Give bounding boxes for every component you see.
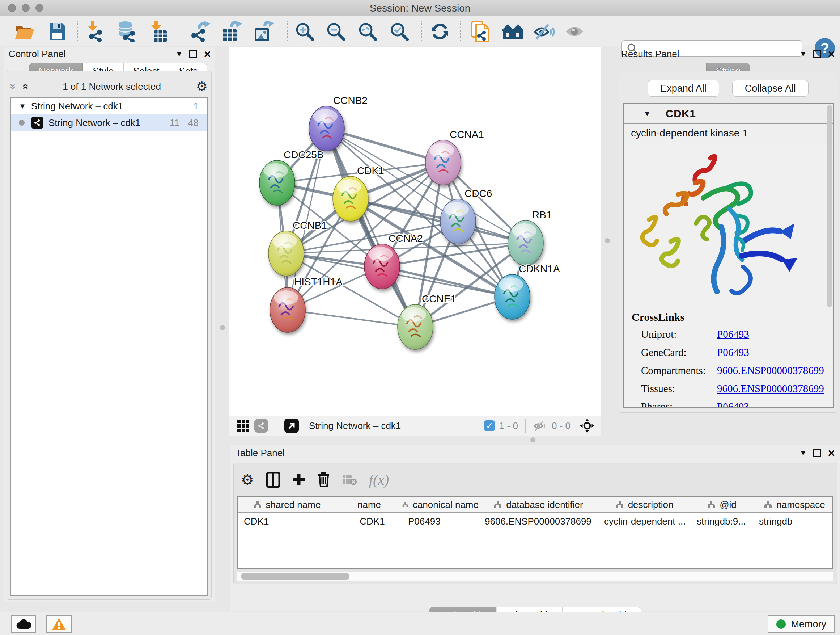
results-panel-float-icon[interactable] [813, 50, 821, 58]
save-session-button[interactable] [46, 21, 68, 42]
cloud-status-button[interactable] [11, 615, 36, 633]
zoom-in-button[interactable] [294, 21, 316, 42]
results-panel: Results Panel ▼ × String Expand All Coll… [616, 47, 840, 421]
column-header-description[interactable]: description [598, 497, 691, 512]
zoom-selected-button[interactable] [388, 21, 410, 42]
crosslink-pharos-link[interactable]: P06493 [717, 401, 749, 408]
control-panel-collapse-icon[interactable]: ▼ [175, 50, 183, 58]
table-panel-float-icon[interactable] [813, 448, 821, 457]
delete-column-button[interactable] [317, 472, 330, 487]
table-options-gear-icon[interactable]: ⚙ [241, 471, 254, 488]
network-row-selected[interactable]: String Network – cdk1 11 48 [11, 114, 207, 131]
crosslink-compartments-link[interactable]: 9606.ENSP00000378699 [717, 364, 824, 377]
control-panel-float-icon[interactable] [189, 50, 197, 58]
bottom-splitter-handle[interactable] [531, 437, 535, 442]
edge-HIST1H1A-CCNE1[interactable] [287, 310, 415, 327]
node-RB1[interactable]: RB1 [508, 209, 552, 265]
column-header-namespace[interactable]: namespace [753, 497, 833, 512]
duplicate-network-button[interactable] [470, 21, 491, 42]
gene-section-header[interactable]: ▼ CDK1 [624, 104, 833, 124]
memory-button[interactable]: Memory [767, 615, 835, 633]
detach-view-button[interactable] [284, 418, 299, 433]
cell--id[interactable]: stringdb:9... [691, 513, 753, 530]
column-tree-icon [402, 501, 409, 508]
toolbar-separator [460, 21, 461, 41]
export-image-button[interactable] [253, 21, 275, 42]
cell-description[interactable]: cyclin-dependent ... [598, 513, 691, 530]
collapse-all-button[interactable]: Collapse All [732, 80, 808, 97]
node-CDKN1A[interactable]: CDKN1A [494, 263, 560, 319]
collection-expand-icon[interactable]: ▼ [19, 102, 26, 111]
open-session-button[interactable] [14, 21, 35, 42]
network-options-gear-icon[interactable]: ⚙ [196, 80, 208, 93]
node-HIST1H1A[interactable]: HIST1H1A [270, 276, 343, 333]
network-graph[interactable]: CCNB2CCNA1CDC25BCDK1CDC6RB1CCNB1CCNA2CDK… [229, 47, 601, 416]
export-table-button[interactable] [221, 21, 243, 42]
expand-all-button[interactable]: Expand All [647, 80, 719, 97]
scrollbar-thumb[interactable] [241, 573, 349, 580]
zoom-out-icon [326, 22, 345, 41]
results-scrollbar[interactable] [827, 105, 832, 307]
edge-CCNB2-CCNE1[interactable] [327, 128, 415, 327]
collapse-all-networks-icon[interactable]: » [7, 84, 19, 90]
node-CCNE1[interactable]: CCNE1 [398, 293, 456, 349]
expand-all-networks-icon[interactable]: » [19, 84, 31, 90]
hide-selected-button[interactable] [533, 21, 555, 42]
import-network-file-button[interactable] [84, 21, 106, 42]
grid-view-button[interactable] [237, 420, 249, 432]
node-label-CCNB2: CCNB2 [333, 95, 368, 106]
node-CDC25B[interactable]: CDC25B [259, 149, 324, 205]
control-panel-close-icon[interactable]: × [204, 50, 211, 58]
right-splitter-handle[interactable] [605, 238, 610, 243]
memory-status-dot [776, 619, 786, 629]
cell-shared-name[interactable]: CDK1 [238, 513, 336, 530]
gene-expand-icon[interactable]: ▼ [643, 109, 651, 119]
cell-name[interactable]: CDK1 [336, 513, 402, 530]
node-CDC6[interactable]: CDC6 [440, 188, 492, 244]
first-neighbors-button[interactable] [502, 21, 524, 42]
network-canvas[interactable]: CCNB2CCNA1CDC25BCDK1CDC6RB1CCNB1CCNA2CDK… [229, 47, 601, 416]
import-table-icon [149, 21, 167, 42]
selected-counts: 1 - 0 [499, 420, 518, 432]
warnings-button[interactable] [46, 615, 72, 633]
cell-namespace[interactable]: stringdb [753, 513, 833, 530]
table-panel-close-icon[interactable]: × [828, 448, 835, 457]
column-header-canonical-name[interactable]: canonical name [402, 497, 479, 512]
results-panel-collapse-icon[interactable]: ▼ [799, 50, 807, 58]
selected-nodes-checkbox[interactable]: ✓ [484, 420, 495, 431]
zoom-out-button[interactable] [325, 21, 347, 42]
open-folder-icon [14, 23, 35, 40]
network-collection-row[interactable]: ▼ String Network – cdk1 1 [11, 98, 207, 114]
gene-card: ▼ CDK1 cyclin-dependent kinase 1 [623, 103, 834, 408]
export-network-button[interactable] [189, 21, 211, 42]
column-header-shared-name[interactable]: shared name [238, 497, 336, 512]
table-panel-title: Table Panel [235, 448, 285, 459]
column-header-name[interactable]: name [336, 497, 402, 512]
column-header-database-identifier[interactable]: database identifier [479, 497, 598, 512]
hidden-eye-slash-icon[interactable] [533, 420, 547, 432]
apply-layout-button[interactable] [429, 21, 451, 42]
table-horizontal-scrollbar[interactable] [237, 572, 833, 581]
network-overview-button[interactable] [254, 419, 268, 432]
crosslink-uniprot-link[interactable]: P06493 [717, 328, 749, 340]
left-splitter-handle[interactable] [220, 325, 225, 330]
crosshair-icon[interactable] [580, 418, 594, 433]
zoom-fit-button[interactable] [357, 21, 378, 42]
cell-database-identifier[interactable]: 9606.ENSP00000378699 [479, 513, 598, 530]
results-panel-close-icon[interactable]: × [828, 50, 835, 58]
column-header--id[interactable]: @id [691, 497, 753, 512]
show-all-button[interactable] [564, 21, 585, 42]
create-column-button[interactable] [292, 473, 305, 486]
status-bar: Memory [0, 612, 840, 635]
crosslink-genecard-link[interactable]: P06493 [717, 347, 749, 358]
node-CCNA1[interactable]: CCNA1 [425, 129, 484, 185]
import-network-database-button[interactable] [116, 21, 137, 42]
table-row[interactable]: CDK1CDK1P064939606.ENSP00000378699cyclin… [238, 513, 832, 530]
crosslink-tissues-link[interactable]: 9606.ENSP00000378699 [717, 383, 824, 394]
node-CCNB2[interactable]: CCNB2 [309, 95, 368, 151]
table-panel-collapse-icon[interactable]: ▼ [799, 449, 807, 457]
cell-canonical-name[interactable]: P06493 [402, 513, 479, 530]
show-columns-button[interactable] [266, 472, 280, 488]
import-table-button[interactable] [148, 21, 169, 42]
network-edge-count: 48 [188, 117, 199, 128]
